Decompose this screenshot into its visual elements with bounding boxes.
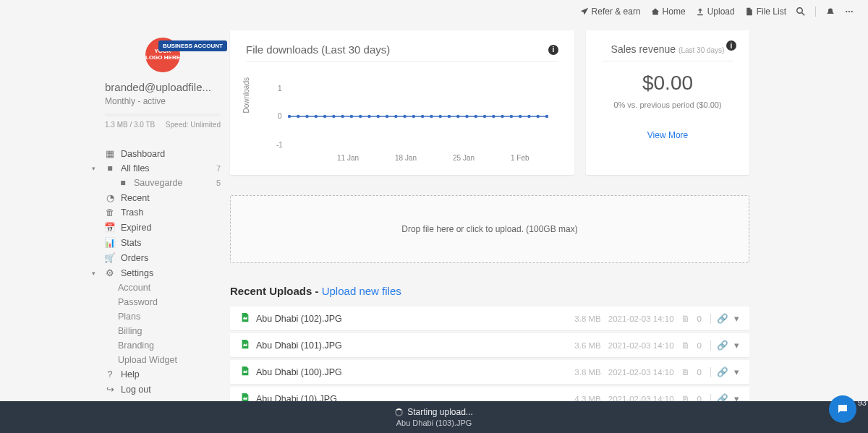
- refer-link[interactable]: Refer & earn: [580, 7, 641, 17]
- revenue-amount: $0.00: [602, 72, 733, 95]
- svg-point-16: [359, 115, 362, 118]
- nav-plans[interactable]: Plans: [105, 309, 221, 324]
- nav-all-files[interactable]: ▾■All files7: [105, 161, 221, 176]
- home-link[interactable]: Home: [651, 7, 686, 17]
- dashboard-icon: ▦: [105, 148, 115, 159]
- paper-plane-icon: [580, 7, 589, 16]
- svg-point-23: [421, 115, 424, 118]
- svg-text:25 Jan: 25 Jan: [453, 154, 475, 162]
- nav-sauvegarde[interactable]: ■Sauvegarde5: [105, 176, 221, 190]
- revenue-subtitle: (Last 30 days): [678, 46, 724, 54]
- upload-icon: [696, 7, 705, 16]
- upload-link[interactable]: Upload: [696, 7, 735, 17]
- dropzone[interactable]: Drop file here or click to upload. (100G…: [230, 195, 749, 263]
- nav-expired[interactable]: 📅Expired: [105, 220, 221, 235]
- chart-svg: 1 0 -1 11 Jan 18 Jan 25 Jan 1 Feb: [272, 69, 561, 163]
- svg-point-9: [297, 115, 299, 118]
- nav-dashboard[interactable]: ▦Dashboard: [105, 146, 221, 161]
- upload-footer: Starting upload... Abu Dhabi (103).JPG: [0, 401, 868, 433]
- bell-link[interactable]: [826, 7, 835, 16]
- calendar-icon: 📅: [105, 222, 115, 233]
- svg-text:1 Feb: 1 Feb: [511, 154, 529, 162]
- downloads-title: File downloads (Last 30 days): [246, 43, 390, 56]
- image-file-icon: [240, 366, 250, 378]
- chevron-down-icon[interactable]: ▾: [734, 340, 739, 351]
- svg-point-3: [851, 11, 853, 12]
- nav-stats[interactable]: 📊Stats: [105, 235, 221, 250]
- more-link[interactable]: [845, 7, 854, 16]
- info-icon[interactable]: i: [726, 40, 736, 51]
- svg-point-27: [456, 115, 459, 118]
- dropzone-text: Drop file here or click to upload. (100G…: [401, 224, 577, 234]
- info-icon[interactable]: i: [548, 45, 558, 55]
- filelist-link[interactable]: File List: [745, 7, 786, 17]
- file-list-icon: [745, 7, 754, 16]
- image-file-icon: [240, 312, 250, 325]
- nav-account[interactable]: Account: [105, 280, 221, 295]
- nav-branding[interactable]: Branding: [105, 338, 221, 353]
- revenue-compare: 0% vs. previous period ($0.00): [602, 100, 733, 109]
- file-row[interactable]: Abu Dhabi (100).JPG3.8 MB2021-02-03 14:1…: [230, 360, 749, 384]
- business-badge: BUSINESS ACCOUNT: [158, 40, 227, 51]
- file-date: 2021-02-03 14:10: [608, 368, 674, 377]
- nav-orders[interactable]: 🛒Orders: [105, 250, 221, 265]
- downloads-card: File downloads (Last 30 days) i Download…: [230, 30, 574, 175]
- file-row[interactable]: Abu Dhabi (102).JPG3.8 MB2021-02-03 14:1…: [230, 306, 749, 330]
- file-date: 2021-02-03 14:10: [608, 314, 674, 323]
- caret-icon[interactable]: ▾: [92, 165, 95, 172]
- link-icon[interactable]: 🔗: [717, 340, 728, 351]
- svg-text:1: 1: [278, 85, 282, 93]
- folder-icon: ■: [118, 178, 128, 188]
- svg-point-36: [537, 115, 540, 118]
- gear-icon: ⚙: [105, 267, 115, 278]
- upload-new-link[interactable]: Upload new files: [322, 285, 401, 297]
- svg-point-35: [527, 115, 530, 118]
- svg-text:11 Jan: 11 Jan: [337, 154, 359, 162]
- nav-widget[interactable]: Upload Widget: [105, 353, 221, 367]
- upload-filename: Abu Dhabi (103).JPG: [0, 419, 868, 427]
- svg-point-12: [323, 115, 326, 118]
- svg-point-8: [288, 115, 291, 118]
- file-row[interactable]: Abu Dhabi (101).JPG3.6 MB2021-02-03 14:1…: [230, 333, 749, 357]
- svg-point-29: [475, 115, 477, 118]
- folder-icon: ■: [105, 163, 115, 173]
- search-link[interactable]: [796, 7, 805, 16]
- chat-bubble[interactable]: [829, 395, 856, 423]
- chevron-down-icon[interactable]: ▾: [734, 366, 739, 377]
- chevron-down-icon[interactable]: ▾: [734, 313, 739, 324]
- svg-point-37: [545, 115, 548, 118]
- badge-count: 93: [858, 398, 867, 407]
- nav-trash[interactable]: 🗑Trash: [105, 205, 221, 220]
- svg-point-25: [438, 115, 441, 118]
- file-type-icon: 🗎: [681, 341, 690, 350]
- search-icon: [796, 7, 805, 16]
- nav-billing[interactable]: Billing: [105, 324, 221, 338]
- nav-help[interactable]: ?Help: [105, 367, 221, 382]
- sidebar: YOUR LOGO HERE BUSINESS ACCOUNT branded@…: [105, 38, 221, 397]
- spinner-icon: [395, 408, 403, 416]
- recent-header: Recent Uploads - Upload new files: [230, 285, 401, 297]
- nav-settings[interactable]: ▾⚙Settings: [105, 265, 221, 280]
- file-count: 0: [697, 314, 702, 323]
- image-file-icon: [240, 339, 250, 351]
- link-icon[interactable]: 🔗: [717, 366, 728, 377]
- home-icon: [651, 7, 660, 16]
- file-name: Abu Dhabi (100).JPG: [256, 367, 567, 377]
- bell-icon: [826, 7, 835, 16]
- svg-point-17: [367, 115, 370, 118]
- revenue-view-more[interactable]: View More: [647, 130, 688, 140]
- svg-point-32: [501, 115, 503, 118]
- file-size: 3.6 MB: [574, 341, 600, 350]
- svg-point-24: [430, 115, 433, 118]
- svg-point-10: [305, 115, 308, 118]
- separator: [815, 7, 816, 17]
- revenue-card: Sales revenue(Last 30 days) i $0.00 0% v…: [586, 30, 749, 175]
- nav-password[interactable]: Password: [105, 295, 221, 309]
- upload-status: Starting upload...: [407, 407, 473, 417]
- link-icon[interactable]: 🔗: [717, 313, 728, 324]
- caret-icon[interactable]: ▾: [92, 270, 95, 277]
- file-type-icon: 🗎: [681, 368, 690, 377]
- plan-status: Monthly - active: [105, 96, 221, 106]
- nav-logout[interactable]: ↪Log out: [105, 382, 221, 397]
- nav-recent[interactable]: ◔Recent: [105, 190, 221, 205]
